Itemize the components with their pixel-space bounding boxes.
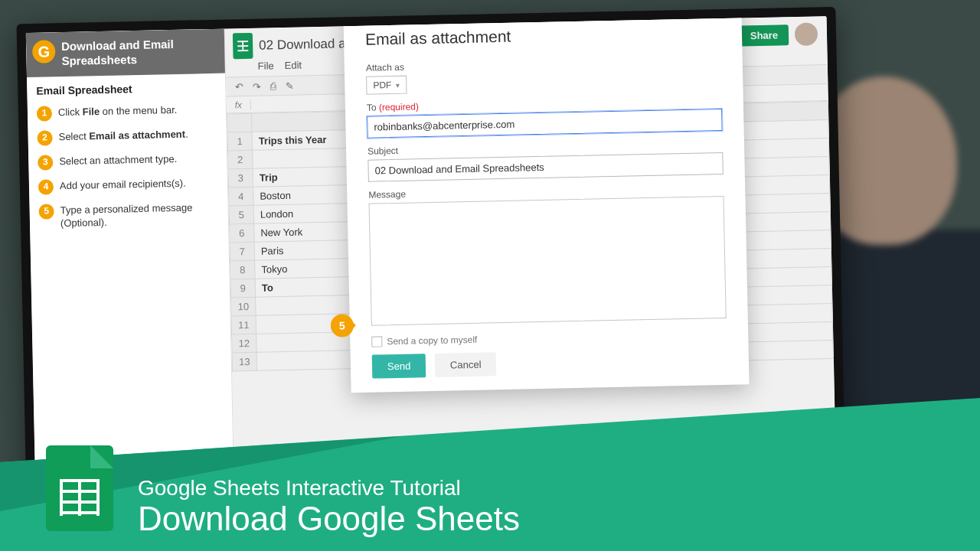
to-label-text: To bbox=[367, 102, 377, 112]
menu-file[interactable]: File bbox=[258, 60, 274, 71]
step-text: Select Email as attachment. bbox=[58, 127, 188, 143]
print-icon[interactable]: ⎙ bbox=[270, 80, 276, 92]
step-number: 4 bbox=[38, 179, 54, 194]
checkbox-icon bbox=[371, 336, 382, 347]
to-required-text: (required) bbox=[379, 101, 419, 112]
step-text: Add your email recipients(s). bbox=[60, 176, 186, 192]
row-header[interactable]: 10 bbox=[231, 297, 256, 316]
corner-cell[interactable] bbox=[227, 113, 252, 132]
banner-title: Download Google Sheets bbox=[138, 500, 520, 537]
cancel-button[interactable]: Cancel bbox=[435, 352, 497, 377]
tutorial-step[interactable]: 1Click File on the menu bar. bbox=[37, 97, 217, 126]
step-number: 3 bbox=[38, 155, 53, 170]
fx-label: fx bbox=[227, 99, 251, 110]
row-header[interactable]: 3 bbox=[228, 168, 253, 187]
tutorial-title: Download and Email Spreadsheets bbox=[61, 37, 174, 67]
monitor-frame: G Download and Email Spreadsheets Email … bbox=[17, 7, 846, 506]
screen: G Download and Email Spreadsheets Email … bbox=[26, 16, 836, 497]
sheets-app: 02 Download and Email Spreadsheets Share… bbox=[225, 16, 837, 492]
row-header[interactable]: 4 bbox=[229, 187, 253, 206]
step-number: 5 bbox=[38, 204, 54, 219]
email-attachment-dialog: Email as attachment Attach as PDF To (re… bbox=[343, 16, 749, 393]
tutorial-header: G Download and Email Spreadsheets bbox=[26, 29, 225, 77]
attach-as-value: PDF bbox=[373, 80, 391, 90]
undo-icon[interactable]: ↶ bbox=[235, 81, 243, 93]
send-copy-checkbox[interactable]: Send a copy to myself bbox=[371, 329, 727, 347]
tutorial-step[interactable]: 5Type a personalized message (Optional). bbox=[38, 195, 219, 235]
row-header[interactable]: 1 bbox=[227, 132, 252, 151]
row-header[interactable]: 8 bbox=[230, 260, 255, 279]
tutorial-sidebar: G Download and Email Spreadsheets Email … bbox=[26, 29, 235, 497]
menu-edit[interactable]: Edit bbox=[285, 59, 302, 70]
brand-logo: G bbox=[32, 40, 56, 64]
tutorial-step[interactable]: 2Select Email as attachment. bbox=[37, 122, 217, 150]
send-copy-label: Send a copy to myself bbox=[387, 334, 477, 347]
share-button[interactable]: Share bbox=[740, 24, 789, 46]
redo-icon[interactable]: ↷ bbox=[253, 80, 261, 92]
row-header[interactable]: 13 bbox=[232, 352, 256, 371]
paint-format-icon[interactable]: ✎ bbox=[286, 80, 294, 91]
step-text: Select an attachment type. bbox=[59, 152, 177, 168]
row-header[interactable]: 12 bbox=[232, 334, 256, 353]
row-header[interactable]: 6 bbox=[230, 223, 254, 243]
row-header[interactable]: 7 bbox=[230, 242, 254, 261]
tutorial-step[interactable]: 4Add your email recipients(s). bbox=[38, 171, 219, 199]
step-text: Click File on the menu bar. bbox=[58, 103, 178, 119]
subject-input[interactable] bbox=[368, 152, 724, 182]
row-header[interactable]: 2 bbox=[228, 150, 253, 169]
row-header[interactable]: 9 bbox=[230, 279, 255, 298]
attach-as-select[interactable]: PDF bbox=[366, 76, 407, 95]
account-avatar[interactable] bbox=[795, 22, 818, 46]
dialog-title: Email as attachment bbox=[365, 23, 720, 49]
row-header[interactable]: 5 bbox=[229, 205, 253, 224]
tutorial-step[interactable]: 3Select an attachment type. bbox=[38, 146, 218, 174]
message-textarea[interactable] bbox=[369, 196, 727, 326]
step-text: Type a personalized message (Optional). bbox=[60, 200, 219, 230]
tutorial-steps-list: 1Click File on the menu bar.2Select Emai… bbox=[28, 97, 229, 244]
step-number: 2 bbox=[37, 130, 52, 145]
dialog-actions: Send Cancel bbox=[372, 347, 728, 379]
to-input[interactable] bbox=[367, 109, 723, 139]
send-button[interactable]: Send bbox=[372, 354, 426, 378]
row-header[interactable]: 11 bbox=[231, 315, 256, 334]
step-number: 1 bbox=[37, 106, 52, 121]
sheets-icon[interactable] bbox=[233, 33, 253, 60]
attach-as-label: Attach as bbox=[366, 55, 721, 73]
